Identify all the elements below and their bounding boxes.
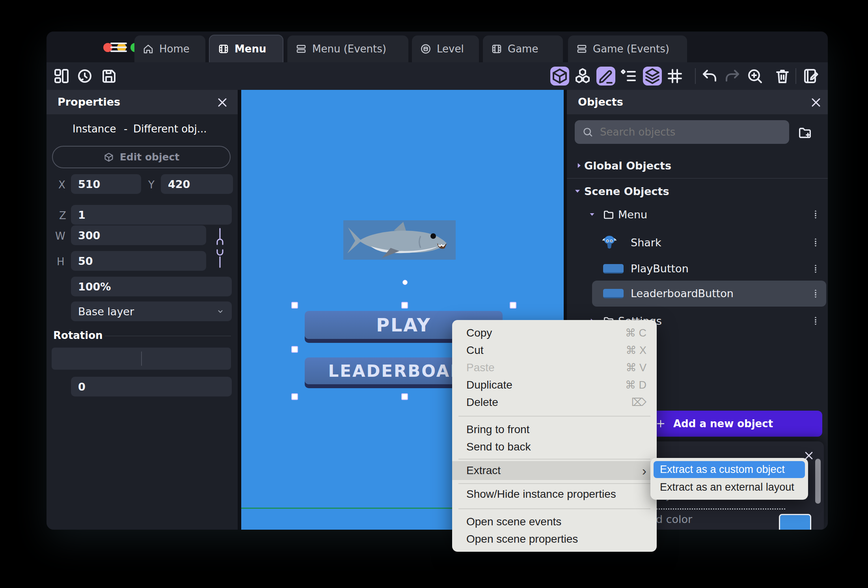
plus-icon (655, 418, 666, 429)
kebab-menu-icon[interactable] (810, 234, 821, 251)
global-objects-section[interactable]: Global Objects (567, 157, 828, 174)
scrollbar-thumb[interactable] (815, 459, 821, 504)
menu-item-duplicate[interactable]: Duplicate ⌘ D (452, 376, 657, 394)
menu-item-show-hide-instance-properties[interactable]: Show/Hide instance properties (452, 486, 657, 503)
edit-mode-icon[interactable] (596, 67, 615, 86)
menu-item-extract[interactable]: Extract › (452, 461, 657, 480)
h-label: H (57, 256, 65, 268)
shark-sprite[interactable] (343, 220, 456, 260)
object-row-shark[interactable]: Shark (567, 229, 828, 256)
tab-label: Menu (Events) (312, 43, 386, 55)
kebab-menu-icon[interactable] (810, 206, 821, 223)
scene-properties-icon[interactable] (801, 67, 820, 86)
menu-item-label: Bring to front (466, 423, 529, 436)
instance-object-name: Different obj... (133, 123, 207, 135)
chevron-down-icon (216, 307, 225, 316)
close-icon[interactable] (215, 95, 229, 110)
version-history-icon[interactable] (75, 67, 94, 86)
add-new-object-button[interactable]: Add a new object (646, 411, 822, 437)
main-menu-icon[interactable] (110, 43, 127, 52)
grid-icon[interactable] (665, 67, 684, 86)
save-icon[interactable] (99, 67, 118, 86)
layers-icon[interactable] (643, 67, 662, 86)
kebab-menu-icon[interactable] (810, 261, 821, 277)
x-label: X (58, 179, 65, 191)
properties-title: Properties (58, 90, 120, 114)
rotation-title: Rotation (53, 329, 103, 341)
trash-icon[interactable] (773, 67, 792, 86)
y-field[interactable] (161, 174, 233, 194)
scene-icon (218, 43, 229, 55)
link-wh-icon[interactable] (212, 225, 228, 271)
edit-object-button[interactable]: Edit object (52, 146, 231, 168)
submenu-item-extract-external-layout[interactable]: Extract as an external layout (654, 479, 805, 496)
object-row-playbutton[interactable]: PlayButton (567, 258, 828, 279)
w-field[interactable] (71, 225, 206, 245)
rotation-handle[interactable] (402, 280, 408, 285)
layer-select[interactable]: Base layer (71, 301, 232, 321)
layer-value: Base layer (78, 305, 134, 318)
menu-item-label: Extract (466, 464, 501, 477)
sprite-rect-icon (603, 264, 624, 274)
tab-menu-events[interactable]: Menu (Events) (287, 35, 408, 62)
edit-object-label: Edit object (120, 151, 180, 163)
kebab-menu-icon[interactable] (810, 285, 821, 302)
tab-home[interactable]: Home (134, 35, 205, 62)
z-field[interactable] (71, 205, 232, 225)
close-icon[interactable] (809, 95, 823, 110)
menu-item-label: Duplicate (466, 379, 512, 391)
opacity-field[interactable] (71, 277, 232, 296)
object-row-leaderboardbutton[interactable]: LeaderboardButton (592, 281, 826, 307)
submenu-item-extract-custom-object[interactable]: Extract as a custom object (654, 461, 805, 478)
menu-item-paste[interactable]: Paste ⌘ V (452, 359, 657, 376)
project-manager-icon[interactable] (52, 67, 71, 86)
selection-handle-top-right[interactable] (510, 302, 516, 309)
selection-handle-bottom-center[interactable] (401, 393, 408, 400)
tab-menu[interactable]: Menu (209, 35, 283, 62)
selection-handle-bottom-left[interactable] (291, 393, 298, 400)
selection-handle-top-center[interactable] (401, 302, 408, 309)
submenu-arrow-icon: › (642, 463, 646, 478)
kebab-menu-icon[interactable] (810, 313, 821, 329)
menu-item-copy[interactable]: Copy ⌘ C (452, 324, 657, 342)
menu-item-open-scene-events[interactable]: Open scene events (452, 513, 657, 530)
selection-handle-top-left[interactable] (291, 302, 298, 309)
menu-item-label: Paste (466, 361, 495, 374)
tab-game[interactable]: Game (483, 35, 563, 62)
submenu-item-label: Extract as a custom object (660, 463, 785, 476)
add-folder-icon[interactable] (797, 125, 813, 140)
context-menu: Copy ⌘ C Cut ⌘ X Paste ⌘ V Duplicate ⌘ D… (452, 320, 657, 552)
search-box[interactable] (575, 120, 789, 144)
folder-row-menu[interactable]: Menu (567, 205, 828, 224)
tab-game-events[interactable]: Game (Events) (568, 35, 687, 62)
menu-item-send-to-back[interactable]: Send to back (452, 438, 657, 456)
x-field[interactable] (71, 174, 141, 194)
menu-item-open-scene-properties[interactable]: Open scene properties (452, 530, 657, 548)
menu-item-bring-to-front[interactable]: Bring to front (452, 421, 657, 438)
color-swatch[interactable] (779, 514, 811, 530)
sprite-rect-icon (603, 289, 624, 298)
menu-item-delete[interactable]: Delete ⌦ (452, 394, 657, 411)
z-label: Z (59, 210, 66, 221)
undo-icon[interactable] (700, 67, 719, 86)
menu-item-shortcut: ⌘ C (625, 327, 646, 339)
3d-view-icon[interactable] (550, 67, 569, 86)
menu-item-shortcut: ⌘ V (626, 361, 646, 374)
instances-list-icon[interactable] (619, 67, 638, 86)
selection-handle-mid-left[interactable] (291, 346, 298, 353)
scene-objects-label: Scene Objects (584, 185, 669, 197)
zoom-in-icon[interactable] (745, 67, 764, 86)
tab-level[interactable]: Level (412, 35, 479, 62)
color-text-fragment: d color (656, 513, 692, 525)
rotation-field[interactable] (71, 377, 232, 396)
objects-icon[interactable] (573, 67, 592, 86)
menu-item-cut[interactable]: Cut ⌘ X (452, 342, 657, 359)
h-field[interactable] (71, 251, 206, 271)
objects-divider (567, 178, 828, 179)
objects-title: Objects (578, 90, 623, 114)
menu-separator (458, 508, 650, 509)
redo-icon[interactable] (723, 67, 742, 86)
scene-objects-section[interactable]: Scene Objects (567, 182, 828, 200)
search-objects-input[interactable] (599, 126, 782, 138)
objects-header: Objects (567, 90, 828, 114)
